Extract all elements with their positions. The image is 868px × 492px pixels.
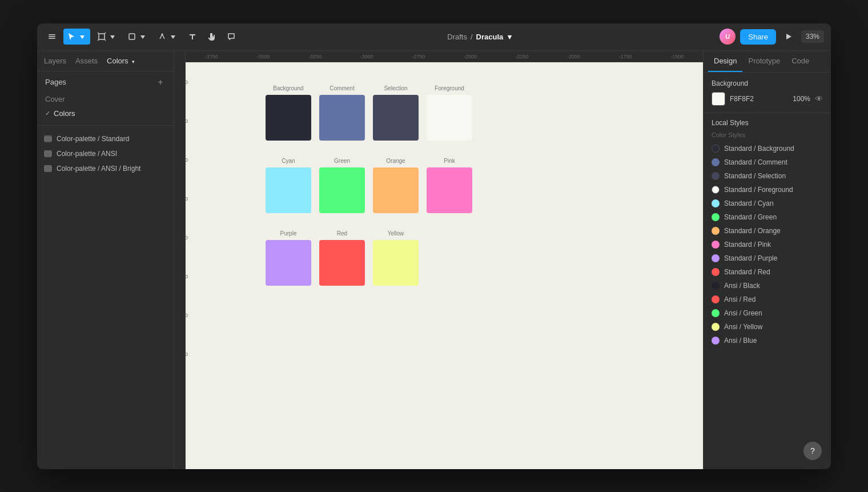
palette-section-row1: Background Comment Selection [266, 85, 585, 141]
frame-tool[interactable] [94, 29, 120, 45]
svg-rect-10 [45, 137, 51, 138]
play-button[interactable] [781, 29, 797, 45]
style-item-ansi-blue[interactable]: Ansi / Blue [704, 334, 831, 347]
swatch-green: Green [319, 158, 365, 213]
background-swatch[interactable] [712, 92, 725, 106]
style-item-std-foreground[interactable]: Standard / Foreground [704, 183, 831, 197]
style-item-std-cyan[interactable]: Standard / Cyan [704, 197, 831, 210]
page-item-cover[interactable]: Cover [37, 92, 174, 106]
help-button[interactable]: ? [803, 442, 822, 460]
text-tool[interactable] [184, 29, 200, 45]
color-styles-label: Color Styles [704, 129, 831, 142]
local-styles-title: Local Styles [712, 119, 749, 127]
background-opacity[interactable]: 100% [793, 95, 810, 103]
share-button[interactable]: Share [740, 29, 776, 45]
swatch-color-orange[interactable] [373, 167, 419, 213]
background-title: Background [712, 79, 823, 87]
hand-tool[interactable] [204, 29, 220, 45]
svg-rect-3 [99, 34, 105, 39]
swatch-row-3: Purple Red Yellow [266, 230, 585, 286]
toolbar-left [44, 29, 239, 45]
style-item-std-red[interactable]: Standard / Red [704, 265, 831, 279]
add-page-button[interactable]: + [155, 77, 166, 87]
style-item-std-orange[interactable]: Standard / Orange [704, 224, 831, 238]
eye-icon[interactable]: 👁 [815, 94, 823, 103]
swatch-color-cyan[interactable] [266, 167, 311, 213]
style-item-std-comment[interactable]: Standard / Comment [704, 155, 831, 169]
pen-tool[interactable] [154, 29, 181, 45]
right-panel: Design Prototype Code Background F8F8F2 … [703, 51, 831, 469]
style-item-ansi-red[interactable]: Ansi / Red [704, 293, 831, 306]
swatch-label-pink: Pink [444, 158, 455, 164]
layer-item-ansi-bright[interactable]: Color-palette / ANSI / Bright [37, 161, 174, 176]
layer-item-standard[interactable]: Color-palette / Standard [37, 131, 174, 146]
style-name-std-comment: Standard / Comment [724, 158, 787, 166]
svg-rect-18 [45, 167, 51, 168]
style-name-std-red: Standard / Red [724, 268, 770, 276]
style-item-ansi-black[interactable]: Ansi / Black [704, 279, 831, 293]
palette-section-row2: Cyan Green Orange [266, 158, 585, 213]
style-item-std-pink[interactable]: Standard / Pink [704, 238, 831, 251]
style-name-std-orange: Standard / Orange [724, 227, 781, 235]
style-name-ansi-blue: Ansi / Blue [724, 337, 757, 345]
tab-assets[interactable]: Assets [75, 55, 98, 66]
style-item-std-bg[interactable]: Standard / Background [704, 142, 831, 155]
swatch-row-1: Background Comment Selection [266, 85, 585, 141]
tab-prototype[interactable]: Prototype [742, 51, 786, 72]
layer-item-ansi[interactable]: Color-palette / ANSI [37, 146, 174, 161]
pages-header: Pages + [37, 71, 174, 91]
style-item-ansi-green[interactable]: Ansi / Green [704, 306, 831, 320]
swatch-color-green[interactable] [319, 167, 365, 213]
style-dot-std-red [712, 268, 720, 276]
style-name-ansi-black: Ansi / Black [724, 282, 760, 290]
comment-tool[interactable] [223, 29, 239, 45]
swatch-color-red[interactable] [319, 240, 365, 286]
layer-icon-standard [44, 135, 52, 143]
style-item-std-selection[interactable]: Standard / Selection [704, 169, 831, 183]
svg-rect-19 [45, 169, 51, 170]
swatch-color-yellow[interactable] [373, 240, 419, 286]
style-item-ansi-yellow[interactable]: Ansi / Yellow [704, 320, 831, 334]
layer-label-standard: Color-palette / Standard [57, 135, 129, 143]
tab-code[interactable]: Code [786, 51, 815, 72]
tab-design[interactable]: Design [708, 51, 742, 72]
style-item-std-green[interactable]: Standard / Green [704, 210, 831, 224]
select-tool[interactable] [63, 29, 90, 45]
swatch-label-foreground: Foreground [435, 85, 464, 91]
swatch-color-background[interactable] [266, 95, 311, 141]
swatch-comment: Comment [319, 85, 365, 141]
swatch-color-foreground[interactable] [427, 95, 472, 141]
svg-point-9 [162, 34, 163, 35]
swatch-selection: Selection [373, 85, 419, 141]
svg-rect-11 [45, 139, 51, 141]
tab-layers[interactable]: Layers [44, 55, 66, 66]
path-separator: / [471, 33, 473, 41]
swatch-orange: Orange [373, 158, 419, 213]
layer-label-ansi: Color-palette / ANSI [57, 150, 117, 158]
style-item-std-purple[interactable]: Standard / Purple [704, 251, 831, 265]
swatch-color-purple[interactable] [266, 240, 311, 286]
zoom-indicator[interactable]: 33% [801, 30, 824, 43]
swatch-color-pink[interactable] [427, 167, 472, 213]
style-dot-ansi-blue [712, 337, 720, 345]
style-dot-std-orange [712, 227, 720, 235]
background-hex[interactable]: F8F8F2 [730, 95, 788, 103]
canvas-content: 17502000225025002750300032503500 Backgro… [186, 62, 703, 469]
left-panel: Layers Assets Colors ▾ Pages + Cover Col… [37, 51, 174, 469]
style-name-std-green: Standard / Green [724, 213, 777, 221]
app-window: Drafts / Dracula ▾ U Share 33% Layer [37, 23, 831, 469]
canvas-area[interactable]: -3750 -3500 -3250 -3000 -2750 -2500 -225… [174, 51, 703, 469]
swatch-color-comment[interactable] [319, 95, 365, 141]
panel-tabs: Layers Assets Colors ▾ [37, 51, 174, 71]
pages-title: Pages [45, 78, 66, 86]
shape-tool[interactable] [124, 29, 151, 45]
style-name-std-purple: Standard / Purple [724, 254, 777, 262]
menu-button[interactable] [44, 29, 60, 45]
project-name[interactable]: Dracula ▾ [476, 33, 512, 41]
divider [37, 125, 174, 126]
swatch-color-selection[interactable] [373, 95, 419, 141]
page-list: Cover Colors [37, 91, 174, 122]
swatch-foreground: Foreground [427, 85, 472, 141]
page-item-colors[interactable]: Colors [37, 106, 174, 121]
tab-colors[interactable]: Colors ▾ [107, 55, 135, 66]
